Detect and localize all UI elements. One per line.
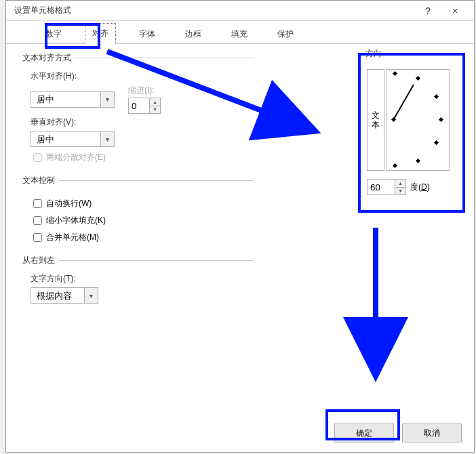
orientation-vertical-text: 文本 <box>372 110 380 130</box>
group-text-alignment: 文本对齐方式 水平对齐(H): 居中 ▾ 缩进(I): ▲▼ 垂直对齐 <box>22 52 253 168</box>
ok-button[interactable]: 确定 <box>334 424 394 442</box>
tabstrip: 数字 对齐 字体 边框 填充 保护 <box>6 21 474 44</box>
shrink-to-fit-checkbox[interactable]: 缩小字体填充(K) <box>31 214 253 227</box>
help-button[interactable]: ? <box>414 1 441 20</box>
tab-number[interactable]: 数字 <box>39 24 68 44</box>
tab-font[interactable]: 字体 <box>132 24 162 44</box>
group-rtl: 从右到左 文字方向(T): 根据内容 ▾ <box>22 255 253 306</box>
text-direction-select[interactable]: 根据内容 <box>31 287 98 304</box>
dialog-title: 设置单元格格式 <box>14 5 414 16</box>
vertical-align-label: 垂直对齐(V): <box>31 117 253 128</box>
dialog-footer: 确定 取消 <box>6 414 474 452</box>
tab-border[interactable]: 边框 <box>178 24 208 44</box>
tab-fill[interactable]: 填充 <box>224 24 254 44</box>
group-text-control-label: 文本控制 <box>22 175 59 186</box>
text-direction-label: 文字方向(T): <box>31 273 253 285</box>
orientation-dial[interactable] <box>386 69 450 171</box>
tab-protection[interactable]: 保护 <box>271 24 300 44</box>
wrap-text-input[interactable] <box>33 199 42 208</box>
orientation-dial-needle <box>393 85 414 121</box>
group-text-alignment-label: 文本对齐方式 <box>22 52 75 64</box>
content-area: 文本对齐方式 水平对齐(H): 居中 ▾ 缩进(I): ▲▼ 垂直对齐 <box>6 44 474 414</box>
vertical-align-select[interactable]: 居中 <box>31 131 115 147</box>
shrink-to-fit-input[interactable] <box>33 216 42 225</box>
shrink-to-fit-label: 缩小字体填充(K) <box>46 215 106 226</box>
format-cells-dialog: 设置单元格格式 ? × 数字 对齐 字体 边框 填充 保护 文本对齐方式 水平对… <box>5 0 475 453</box>
indent-label: 缩进(I): <box>128 85 161 96</box>
horizontal-align-label: 水平对齐(H): <box>31 70 253 82</box>
justify-distributed-checkbox: 两端分散对齐(E) <box>31 151 253 164</box>
group-text-control: 文本控制 自动换行(W) 缩小字体填充(K) 合并单元格(M) <box>22 175 253 248</box>
group-orientation-label: 方向 <box>365 48 386 60</box>
wrap-text-checkbox[interactable]: 自动换行(W) <box>31 197 253 210</box>
justify-distributed-label: 两端分散对齐(E) <box>46 152 106 163</box>
horizontal-align-select[interactable]: 居中 <box>31 91 115 108</box>
cancel-button[interactable]: 取消 <box>402 424 462 442</box>
indent-spin-buttons[interactable]: ▲▼ <box>149 98 160 113</box>
close-button[interactable]: × <box>441 1 469 20</box>
merge-cells-input[interactable] <box>33 233 42 242</box>
merge-cells-checkbox[interactable]: 合并单元格(M) <box>31 231 253 244</box>
group-rtl-label: 从右到左 <box>22 255 59 266</box>
wrap-text-label: 自动换行(W) <box>46 198 92 209</box>
justify-distributed-input <box>33 153 42 162</box>
tab-alignment[interactable]: 对齐 <box>85 23 116 44</box>
orientation-degrees-label: 度(D) <box>410 182 430 193</box>
orientation-spin-buttons[interactable]: ▲▼ <box>395 180 405 194</box>
group-orientation: 方向 文本 <box>365 48 456 195</box>
orientation-vertical-button[interactable]: 文本 <box>367 69 384 171</box>
merge-cells-label: 合并单元格(M) <box>46 232 99 243</box>
titlebar: 设置单元格格式 ? × <box>6 1 474 21</box>
